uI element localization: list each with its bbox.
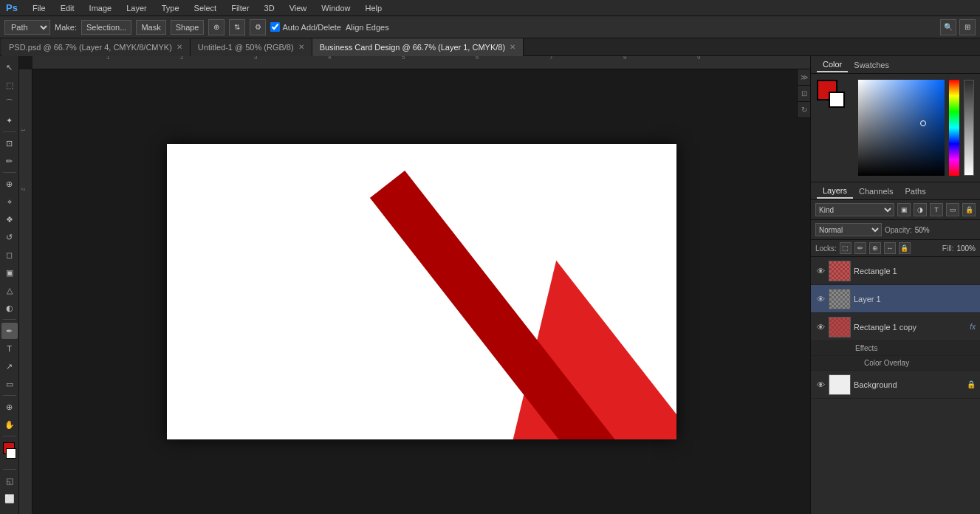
canvas-icon-view[interactable]: ⊡ <box>798 86 811 102</box>
selection-button[interactable]: Selection... <box>81 20 131 35</box>
move-tool[interactable]: ↖ <box>1 59 18 75</box>
menu-3d[interactable]: 3D <box>261 2 278 14</box>
mask-button[interactable]: Mask <box>136 20 165 35</box>
eyedropper-tool[interactable]: ✏ <box>1 153 18 169</box>
color-overlay-row[interactable]: Color Overlay <box>811 356 980 371</box>
layer-item-rectangle1[interactable]: 👁 Rectangle 1 <box>811 257 980 285</box>
brush-tool[interactable]: ⌖ <box>1 193 18 210</box>
hue-slider[interactable] <box>949 80 959 176</box>
shape-tool[interactable]: ▭ <box>1 376 18 392</box>
auto-add-delete-checkbox[interactable] <box>270 22 280 32</box>
document-view[interactable] <box>32 69 810 514</box>
layer-item-rectangle1copy[interactable]: 👁 Rectangle 1 copy fx <box>811 313 980 341</box>
lock-position-btn[interactable]: ✏ <box>854 242 866 254</box>
tab-swatches[interactable]: Swatches <box>848 58 895 72</box>
layer-thumb-rectangle1copy <box>829 317 851 337</box>
layer-visibility-background[interactable]: 👁 <box>815 380 826 390</box>
ruler-mark: 3 <box>254 56 257 61</box>
screen-mode-tool[interactable]: ⬜ <box>1 490 18 507</box>
blur-tool[interactable]: △ <box>1 282 18 298</box>
tab-paths[interactable]: Paths <box>900 185 932 198</box>
tab-color[interactable]: Color <box>817 58 848 72</box>
tab-close-2[interactable]: ✕ <box>510 43 515 51</box>
dodge-tool[interactable]: ◐ <box>1 300 18 316</box>
tab-0[interactable]: PSD.psd @ 66.7% (Layer 4, CMYK/8/CMYK) ✕ <box>1 38 191 56</box>
clone-tool[interactable]: ❖ <box>1 211 18 227</box>
layer-visibility-rectangle1[interactable]: 👁 <box>815 266 826 276</box>
tab-close-0[interactable]: ✕ <box>177 43 182 51</box>
tool-mode-select[interactable]: Path Shape Pixels <box>4 20 50 35</box>
tab-layers[interactable]: Layers <box>817 184 853 199</box>
text-tool[interactable]: T <box>1 340 18 357</box>
lasso-tool[interactable]: ⌒ <box>1 95 18 111</box>
lock-pixels-btn[interactable]: ⬚ <box>840 242 851 254</box>
menu-edit[interactable]: Edit <box>58 2 78 14</box>
document-canvas <box>167 144 676 439</box>
path-operations-icon[interactable]: ⊕ <box>208 19 225 35</box>
layer-item-layer1[interactable]: 👁 Layer 1 <box>811 285 980 313</box>
layer-visibility-layer1[interactable]: 👁 <box>815 294 826 304</box>
filter-lock-icon[interactable]: 🔒 <box>962 203 976 216</box>
workspace-icon[interactable]: ⊞ <box>959 19 976 35</box>
menu-window[interactable]: Window <box>318 2 353 14</box>
zoom-tool[interactable]: ⊕ <box>1 399 18 415</box>
filter-adjustment-icon[interactable]: ◑ <box>914 203 927 216</box>
menu-layer[interactable]: Layer <box>123 2 150 14</box>
fill-label: Fill: <box>942 244 954 253</box>
app-logo: Ps <box>6 2 18 13</box>
heal-tool[interactable]: ⊕ <box>1 176 18 192</box>
filter-pixel-icon[interactable]: ▣ <box>897 203 911 216</box>
filter-shape-icon[interactable]: ▭ <box>946 203 959 216</box>
pen-tool[interactable]: ✒ <box>1 323 18 339</box>
layer-fx-badge: fx <box>970 323 976 331</box>
menu-select[interactable]: Select <box>191 2 220 14</box>
background-color[interactable] <box>6 448 16 459</box>
lock-all-btn[interactable]: 🔒 <box>899 242 911 254</box>
menu-help[interactable]: Help <box>362 2 385 14</box>
layer-lock-icon: 🔒 <box>967 380 976 388</box>
color-picker-swatch[interactable] <box>1 442 18 463</box>
gradient-tool[interactable]: ▣ <box>1 264 18 281</box>
blend-mode-select[interactable]: Normal Multiply Screen <box>815 223 882 236</box>
lock-move-btn[interactable]: ↔ <box>884 242 896 254</box>
quick-mask-tool[interactable]: ◱ <box>1 473 18 489</box>
tab-1[interactable]: Untitled-1 @ 50% (RGB/8) ✕ <box>191 38 312 56</box>
path-arrangement-icon[interactable]: ⇅ <box>229 19 245 35</box>
marquee-tool[interactable]: ⬚ <box>1 77 18 93</box>
tab-2[interactable]: Business Card Design @ 66.7% (Layer 1, C… <box>312 38 524 56</box>
filter-text-icon[interactable]: T <box>930 203 943 216</box>
menu-image[interactable]: Image <box>86 2 115 14</box>
hand-tool[interactable]: ✋ <box>1 417 18 433</box>
menu-view[interactable]: View <box>287 2 310 14</box>
menu-type[interactable]: Type <box>159 2 182 14</box>
search-icon[interactable]: 🔍 <box>940 19 956 35</box>
eraser-tool[interactable]: ◻ <box>1 247 18 263</box>
menu-filter[interactable]: Filter <box>228 2 252 14</box>
shape-button[interactable]: Shape <box>171 20 205 35</box>
ruler-mark: 6 <box>476 56 479 61</box>
toolbar-divider-5 <box>3 436 16 436</box>
tab-channels[interactable]: Channels <box>853 185 899 198</box>
layer-visibility-rectangle1copy[interactable]: 👁 <box>815 322 826 332</box>
effects-label: Effects <box>855 344 877 352</box>
fg-bg-color-swatches[interactable] <box>817 80 854 117</box>
canvas-icon-arrow[interactable]: ≫ <box>798 69 811 86</box>
tab-close-1[interactable]: ✕ <box>298 43 304 51</box>
layers-kind-select[interactable]: Kind <box>815 203 894 216</box>
fill-value[interactable]: 100% <box>956 244 976 253</box>
layer-item-background[interactable]: 👁 Background 🔒 <box>811 371 980 399</box>
opacity-value[interactable]: 50% <box>915 226 930 234</box>
menu-file[interactable]: File <box>30 2 49 14</box>
lock-artboard-btn[interactable]: ⊕ <box>869 242 881 254</box>
layers-panel: Layers Channels Paths Kind ▣ ◑ T ▭ 🔒 Nor… <box>811 182 980 514</box>
alpha-slider[interactable] <box>964 80 974 176</box>
color-gradient-field[interactable] <box>858 80 945 176</box>
magic-wand-tool[interactable]: ✦ <box>1 112 18 128</box>
path-settings-icon[interactable]: ⚙ <box>250 19 266 35</box>
make-label: Make: <box>55 23 77 32</box>
canvas-icon-rotate[interactable]: ↻ <box>798 102 811 118</box>
path-selection-tool[interactable]: ↗ <box>1 358 18 374</box>
background-swatch[interactable] <box>829 92 845 108</box>
crop-tool[interactable]: ⊡ <box>1 135 18 151</box>
history-tool[interactable]: ↺ <box>1 229 18 245</box>
